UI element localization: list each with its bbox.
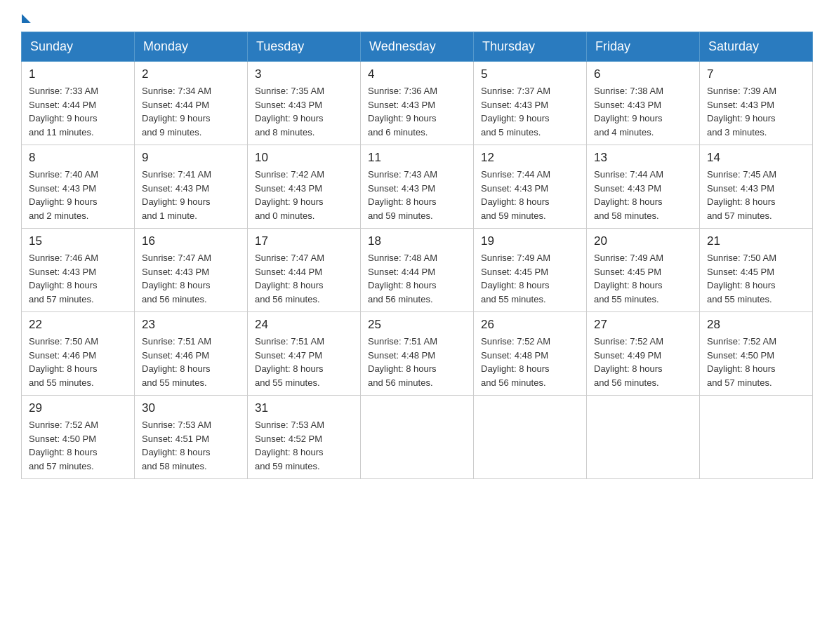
day-info: Sunrise: 7:40 AMSunset: 4:43 PMDaylight:…	[29, 168, 127, 222]
day-number: 7	[707, 67, 805, 81]
day-info: Sunrise: 7:41 AMSunset: 4:43 PMDaylight:…	[142, 168, 240, 222]
day-info: Sunrise: 7:35 AMSunset: 4:43 PMDaylight:…	[255, 84, 353, 139]
day-number: 24	[255, 318, 353, 332]
day-info: Sunrise: 7:46 AMSunset: 4:43 PMDaylight:…	[29, 251, 127, 306]
day-info: Sunrise: 7:51 AMSunset: 4:48 PMDaylight:…	[368, 335, 466, 389]
calendar-cell: 5Sunrise: 7:37 AMSunset: 4:43 PMDaylight…	[474, 62, 587, 145]
calendar-cell: 1Sunrise: 7:33 AMSunset: 4:44 PMDaylight…	[22, 62, 135, 145]
day-info: Sunrise: 7:51 AMSunset: 4:47 PMDaylight:…	[255, 335, 353, 389]
calendar-cell: 27Sunrise: 7:52 AMSunset: 4:49 PMDayligh…	[587, 312, 700, 396]
day-number: 19	[481, 234, 579, 248]
calendar-cell: 18Sunrise: 7:48 AMSunset: 4:44 PMDayligh…	[361, 229, 474, 312]
day-info: Sunrise: 7:50 AMSunset: 4:45 PMDaylight:…	[707, 251, 805, 306]
calendar-week-row: 1Sunrise: 7:33 AMSunset: 4:44 PMDaylight…	[22, 62, 813, 145]
header-friday: Friday	[587, 32, 700, 62]
calendar-cell	[474, 396, 587, 479]
day-info: Sunrise: 7:52 AMSunset: 4:50 PMDaylight:…	[29, 418, 127, 473]
day-number: 20	[594, 234, 692, 248]
calendar-cell: 21Sunrise: 7:50 AMSunset: 4:45 PMDayligh…	[700, 229, 813, 312]
calendar-week-row: 29Sunrise: 7:52 AMSunset: 4:50 PMDayligh…	[22, 396, 813, 479]
calendar-cell: 15Sunrise: 7:46 AMSunset: 4:43 PMDayligh…	[22, 229, 135, 312]
day-number: 5	[481, 67, 579, 81]
day-number: 18	[368, 234, 466, 248]
calendar-cell: 9Sunrise: 7:41 AMSunset: 4:43 PMDaylight…	[135, 145, 248, 229]
day-number: 15	[29, 234, 127, 248]
day-info: Sunrise: 7:52 AMSunset: 4:50 PMDaylight:…	[707, 335, 805, 389]
day-info: Sunrise: 7:45 AMSunset: 4:43 PMDaylight:…	[707, 168, 805, 222]
day-info: Sunrise: 7:36 AMSunset: 4:43 PMDaylight:…	[368, 84, 466, 139]
day-info: Sunrise: 7:47 AMSunset: 4:44 PMDaylight:…	[255, 251, 353, 306]
header-wednesday: Wednesday	[361, 32, 474, 62]
day-number: 30	[142, 401, 240, 415]
calendar-cell	[700, 396, 813, 479]
calendar-cell: 7Sunrise: 7:39 AMSunset: 4:43 PMDaylight…	[700, 62, 813, 145]
header-monday: Monday	[135, 32, 248, 62]
day-info: Sunrise: 7:42 AMSunset: 4:43 PMDaylight:…	[255, 168, 353, 222]
day-number: 2	[142, 67, 240, 81]
header-thursday: Thursday	[474, 32, 587, 62]
calendar-cell: 19Sunrise: 7:49 AMSunset: 4:45 PMDayligh…	[474, 229, 587, 312]
calendar-cell	[587, 396, 700, 479]
day-info: Sunrise: 7:44 AMSunset: 4:43 PMDaylight:…	[481, 168, 579, 222]
day-number: 16	[142, 234, 240, 248]
calendar-cell: 31Sunrise: 7:53 AMSunset: 4:52 PMDayligh…	[248, 396, 361, 479]
day-number: 26	[481, 318, 579, 332]
day-info: Sunrise: 7:44 AMSunset: 4:43 PMDaylight:…	[594, 168, 692, 222]
logo-triangle-icon	[22, 14, 31, 23]
calendar-week-row: 15Sunrise: 7:46 AMSunset: 4:43 PMDayligh…	[22, 229, 813, 312]
day-info: Sunrise: 7:43 AMSunset: 4:43 PMDaylight:…	[368, 168, 466, 222]
day-info: Sunrise: 7:52 AMSunset: 4:48 PMDaylight:…	[481, 335, 579, 389]
calendar-cell: 10Sunrise: 7:42 AMSunset: 4:43 PMDayligh…	[248, 145, 361, 229]
calendar-cell: 17Sunrise: 7:47 AMSunset: 4:44 PMDayligh…	[248, 229, 361, 312]
day-info: Sunrise: 7:53 AMSunset: 4:52 PMDaylight:…	[255, 418, 353, 473]
day-number: 25	[368, 318, 466, 332]
day-number: 11	[368, 151, 466, 165]
day-info: Sunrise: 7:51 AMSunset: 4:46 PMDaylight:…	[142, 335, 240, 389]
page-header	[21, 14, 813, 19]
day-number: 8	[29, 151, 127, 165]
day-info: Sunrise: 7:34 AMSunset: 4:44 PMDaylight:…	[142, 84, 240, 139]
day-info: Sunrise: 7:47 AMSunset: 4:43 PMDaylight:…	[142, 251, 240, 306]
day-number: 29	[29, 401, 127, 415]
day-number: 1	[29, 67, 127, 81]
day-info: Sunrise: 7:38 AMSunset: 4:43 PMDaylight:…	[594, 84, 692, 139]
day-number: 22	[29, 318, 127, 332]
calendar-cell: 25Sunrise: 7:51 AMSunset: 4:48 PMDayligh…	[361, 312, 474, 396]
calendar-cell: 14Sunrise: 7:45 AMSunset: 4:43 PMDayligh…	[700, 145, 813, 229]
day-number: 28	[707, 318, 805, 332]
day-number: 12	[481, 151, 579, 165]
day-number: 31	[255, 401, 353, 415]
calendar-cell	[361, 396, 474, 479]
calendar-week-row: 22Sunrise: 7:50 AMSunset: 4:46 PMDayligh…	[22, 312, 813, 396]
calendar-cell: 11Sunrise: 7:43 AMSunset: 4:43 PMDayligh…	[361, 145, 474, 229]
day-number: 23	[142, 318, 240, 332]
day-info: Sunrise: 7:33 AMSunset: 4:44 PMDaylight:…	[29, 84, 127, 139]
day-info: Sunrise: 7:52 AMSunset: 4:49 PMDaylight:…	[594, 335, 692, 389]
day-info: Sunrise: 7:53 AMSunset: 4:51 PMDaylight:…	[142, 418, 240, 473]
calendar-cell: 12Sunrise: 7:44 AMSunset: 4:43 PMDayligh…	[474, 145, 587, 229]
day-number: 9	[142, 151, 240, 165]
logo	[21, 14, 31, 19]
calendar-cell: 4Sunrise: 7:36 AMSunset: 4:43 PMDaylight…	[361, 62, 474, 145]
day-number: 13	[594, 151, 692, 165]
day-number: 17	[255, 234, 353, 248]
day-info: Sunrise: 7:49 AMSunset: 4:45 PMDaylight:…	[594, 251, 692, 306]
day-info: Sunrise: 7:50 AMSunset: 4:46 PMDaylight:…	[29, 335, 127, 389]
day-info: Sunrise: 7:37 AMSunset: 4:43 PMDaylight:…	[481, 84, 579, 139]
calendar-cell: 8Sunrise: 7:40 AMSunset: 4:43 PMDaylight…	[22, 145, 135, 229]
header-tuesday: Tuesday	[248, 32, 361, 62]
calendar-cell: 24Sunrise: 7:51 AMSunset: 4:47 PMDayligh…	[248, 312, 361, 396]
calendar-cell: 3Sunrise: 7:35 AMSunset: 4:43 PMDaylight…	[248, 62, 361, 145]
calendar-table: Sunday Monday Tuesday Wednesday Thursday…	[21, 32, 813, 479]
day-info: Sunrise: 7:49 AMSunset: 4:45 PMDaylight:…	[481, 251, 579, 306]
day-number: 4	[368, 67, 466, 81]
calendar-cell: 2Sunrise: 7:34 AMSunset: 4:44 PMDaylight…	[135, 62, 248, 145]
day-number: 3	[255, 67, 353, 81]
calendar-cell: 29Sunrise: 7:52 AMSunset: 4:50 PMDayligh…	[22, 396, 135, 479]
day-number: 6	[594, 67, 692, 81]
calendar-cell: 26Sunrise: 7:52 AMSunset: 4:48 PMDayligh…	[474, 312, 587, 396]
day-number: 21	[707, 234, 805, 248]
calendar-cell: 22Sunrise: 7:50 AMSunset: 4:46 PMDayligh…	[22, 312, 135, 396]
day-number: 27	[594, 318, 692, 332]
calendar-week-row: 8Sunrise: 7:40 AMSunset: 4:43 PMDaylight…	[22, 145, 813, 229]
